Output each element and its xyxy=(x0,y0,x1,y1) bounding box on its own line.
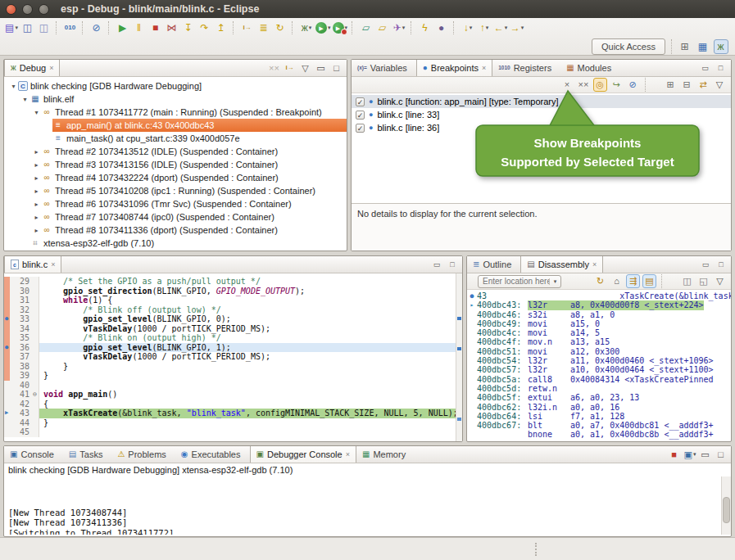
disassembly-line[interactable]: 400dbc4f: mov.na13, a15 xyxy=(467,337,731,346)
forward-button[interactable]: →▾ xyxy=(510,20,524,35)
show-source-button[interactable]: ▤ xyxy=(642,274,656,288)
code-line[interactable]: 34 vTaskDelay(1000 / portTICK_PERIOD_MS)… xyxy=(4,324,462,334)
code-text[interactable]: gpio_set_level(BLINK_GPIO, 1); xyxy=(39,343,462,353)
code-line[interactable]: 42 { xyxy=(4,400,462,409)
code-text[interactable]: /* Blink off (output low) */ xyxy=(39,305,462,315)
code-line[interactable]: 44 } xyxy=(4,418,462,428)
code-text[interactable]: gpio_set_level(BLINK_GPIO, 0); xyxy=(39,314,462,324)
fold-marker-icon[interactable] xyxy=(31,400,39,409)
fold-marker-icon[interactable] xyxy=(31,305,39,315)
close-tab-icon[interactable]: × xyxy=(482,64,486,72)
annotation-ruler[interactable] xyxy=(4,352,13,362)
tab-debugger-console[interactable]: ▣ Debugger Console × xyxy=(250,446,356,463)
remove-all-breakpoints-button[interactable]: ×× xyxy=(577,78,591,92)
gutter-marker-icon[interactable]: ● xyxy=(5,314,8,324)
collapse-all-button[interactable]: ⊟ xyxy=(680,78,694,92)
disassembly-line[interactable]: bnonea0, a1, 0x400dbc8b <__adddf3+ xyxy=(467,430,731,439)
fold-marker-icon[interactable] xyxy=(31,352,39,362)
location-input[interactable] xyxy=(479,277,549,286)
window-close-button[interactable] xyxy=(6,4,16,15)
disassembly-line[interactable]: 400dbc4c: movia14, 5 xyxy=(467,328,731,337)
code-text[interactable] xyxy=(39,427,462,437)
fold-marker-icon[interactable] xyxy=(31,371,39,381)
annotation-ruler[interactable] xyxy=(4,305,13,315)
debug-node-thread4[interactable]: ▸ ∞ Thread #4 1073432224 (dport) (Suspen… xyxy=(4,171,347,184)
fold-marker-icon[interactable] xyxy=(31,418,39,428)
annotation-ruler[interactable] xyxy=(4,362,13,372)
maximize-view-button[interactable]: □ xyxy=(715,61,728,75)
previous-annotation-button[interactable]: ↑▾ xyxy=(477,20,492,35)
code-line[interactable]: 38 } xyxy=(4,362,462,372)
annotation-ruler[interactable] xyxy=(4,418,13,428)
overview-mark[interactable] xyxy=(457,418,461,421)
close-tab-icon[interactable]: × xyxy=(51,260,55,269)
code-line[interactable]: 39 } xyxy=(4,371,462,381)
debug-node-elf[interactable]: ▾ ▦ blink.elf xyxy=(4,93,347,106)
tab-memory[interactable]: ▦ Memory xyxy=(356,446,415,463)
code-text[interactable]: } xyxy=(39,418,462,428)
last-edit-location-button[interactable]: ϟ xyxy=(418,20,433,35)
debug-node-thread8[interactable]: ▸ ∞ Thread #8 1073411336 (dport) (Suspen… xyxy=(4,224,347,237)
debug-perspective-button[interactable]: ж xyxy=(714,39,728,54)
instruction-stepping-toggle[interactable]: i→ xyxy=(284,61,297,75)
gutter-marker-icon[interactable]: ● xyxy=(5,343,8,353)
fold-marker-icon[interactable] xyxy=(31,296,39,305)
expander-icon[interactable]: ▸ xyxy=(32,187,41,195)
code-text[interactable]: } xyxy=(39,362,462,372)
annotation-ruler[interactable] xyxy=(4,381,13,391)
code-line[interactable]: 35 /* Blink on (output high) */ xyxy=(4,333,462,343)
tab-registers[interactable]: 1010 Registers xyxy=(492,60,560,76)
code-text[interactable]: /* Set the GPIO as a push/pull output */ xyxy=(39,277,462,287)
code-text[interactable]: vTaskDelay(1000 / portTICK_PERIOD_MS); xyxy=(39,352,462,362)
minimize-view-button[interactable]: ▭ xyxy=(315,61,328,75)
minimize-view-button[interactable]: ▭ xyxy=(699,448,712,461)
expand-all-button[interactable]: ⊞ xyxy=(664,78,678,92)
debug-node-thread6[interactable]: ▸ ∞ Thread #6 1073431096 (Tmr Svc) (Susp… xyxy=(4,197,347,210)
back-button[interactable]: ←▾ xyxy=(493,20,508,35)
breakpoint-item-line33[interactable]: ✓ ● blink.c [line: 33] xyxy=(352,108,731,121)
code-text[interactable]: xTaskCreate(&blink_task, "blink_task", c… xyxy=(39,409,462,418)
disassembly-line[interactable]: 400dbc51: movia12, 0x300 xyxy=(467,347,731,356)
fold-marker-icon[interactable] xyxy=(31,314,39,324)
status-bar-grip[interactable] xyxy=(535,543,538,556)
debug-node-thread2[interactable]: ▸ ∞ Thread #2 1073413512 (IDLE) (Suspend… xyxy=(4,145,347,158)
expander-icon[interactable]: ▾ xyxy=(20,96,29,103)
use-step-filters-button[interactable]: ≣ xyxy=(256,20,271,35)
tab-executables[interactable]: ◉ Executables xyxy=(175,446,250,463)
disassembly-line[interactable]: ▸ 400dbc43: l32ra8, 0x400d00f8 <_stext+2… xyxy=(467,300,731,309)
breakpoint-item-line36[interactable]: ✓ ● blink.c [line: 36] xyxy=(352,121,731,134)
fold-marker-icon[interactable] xyxy=(31,324,39,334)
show-breakpoints-for-target-button[interactable]: ◎ xyxy=(593,78,607,92)
code-text[interactable]: { xyxy=(39,400,462,409)
debug-frame-app-main[interactable]: ≡ app_main() at blink.c:43 0x400dbc43 xyxy=(4,119,347,132)
code-line[interactable]: 37 vTaskDelay(1000 / portTICK_PERIOD_MS)… xyxy=(4,352,462,362)
disassembly-line[interactable]: 400dbc5d: retw.n xyxy=(467,384,731,393)
restart-button[interactable]: ↻ xyxy=(273,20,288,35)
overview-mark[interactable] xyxy=(457,317,461,320)
next-annotation-button[interactable]: ↓▾ xyxy=(461,20,475,35)
minimize-view-button[interactable]: ▭ xyxy=(699,258,712,271)
code-line[interactable]: 31 while(1) { xyxy=(4,296,462,305)
fold-marker-icon[interactable] xyxy=(31,427,39,437)
disassembly-line[interactable]: 400dbc5a: call80x40084314 <xTaskCreatePi… xyxy=(467,375,731,384)
view-menu-button[interactable]: ▽ xyxy=(713,274,727,288)
tab-console[interactable]: ▣ Console xyxy=(4,446,63,463)
suspend-button[interactable]: ‖ xyxy=(132,20,147,35)
fold-marker-icon[interactable] xyxy=(31,381,39,391)
minimize-view-button[interactable]: ▭ xyxy=(430,258,443,271)
debug-node-thread5[interactable]: ▸ ∞ Thread #5 1073410208 (ipc1 : Running… xyxy=(4,184,347,197)
console-output[interactable]: [New Thread 1073408744][New Thread 10734… xyxy=(5,476,720,535)
window-minimize-button[interactable] xyxy=(22,4,33,15)
breakpoint-checkbox[interactable]: ✓ xyxy=(356,97,365,106)
close-tab-icon[interactable]: × xyxy=(592,260,597,269)
close-tab-icon[interactable]: × xyxy=(346,450,350,458)
location-combo[interactable]: ▾ xyxy=(478,275,561,288)
annotation-ruler[interactable] xyxy=(4,296,13,305)
open-new-view-button[interactable]: ◫ xyxy=(680,274,694,288)
code-line[interactable]: ● 36 gpio_set_level(BLINK_GPIO, 1); xyxy=(4,343,462,353)
step-over-button[interactable]: ↷ xyxy=(197,20,212,35)
window-maximize-button[interactable] xyxy=(39,4,49,15)
tab-variables[interactable]: (x)= Variables xyxy=(352,60,416,76)
code-line[interactable]: 45 xyxy=(4,427,462,437)
code-line[interactable]: 32 /* Blink off (output low) */ xyxy=(4,305,462,315)
